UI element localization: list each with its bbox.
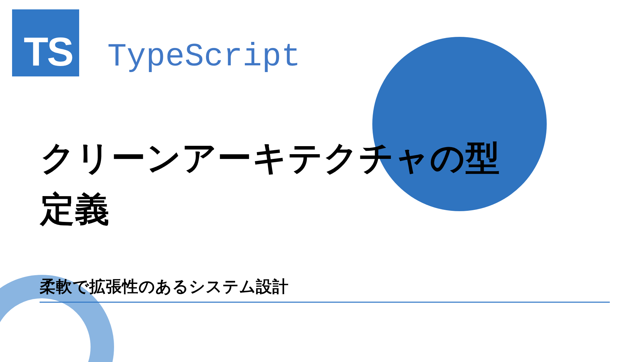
slide-container: TS TypeScript クリーンアーキテクチャの型定義 柔軟で拡張性のあるシ… bbox=[0, 0, 644, 362]
brand-name: TypeScript bbox=[107, 39, 301, 75]
typescript-logo: TS bbox=[12, 9, 79, 76]
slide-subtitle: 柔軟で拡張性のあるシステム設計 bbox=[40, 276, 289, 297]
logo-abbreviation: TS bbox=[24, 32, 72, 72]
slide-title: クリーンアーキテクチャの型定義 bbox=[40, 132, 510, 235]
divider-line bbox=[40, 302, 610, 303]
